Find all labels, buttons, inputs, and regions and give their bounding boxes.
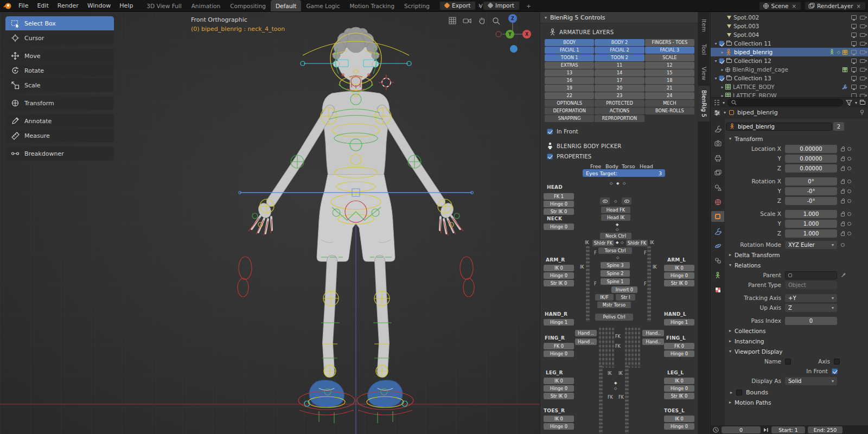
timeline-editor-icon[interactable] [713, 427, 719, 433]
scale-x-field[interactable]: 1.000 [785, 210, 837, 218]
layer-button[interactable]: 21 [645, 85, 694, 92]
lock-icon[interactable] [841, 158, 845, 161]
tab-tool[interactable] [711, 123, 724, 134]
pin-icon[interactable] [859, 110, 865, 116]
layer-button[interactable]: BONE-ROLLS [645, 107, 694, 114]
properties-editor-icon[interactable] [714, 110, 720, 116]
layer-button[interactable]: 17 [595, 77, 644, 84]
lock-icon[interactable] [841, 190, 845, 194]
lock-icon[interactable] [841, 233, 845, 236]
disable-render-icon[interactable] [860, 33, 865, 37]
picker-tab-free[interactable]: Free [590, 163, 601, 169]
workspace-tab[interactable]: Game Logic [301, 0, 344, 11]
rotation-mode-dropdown[interactable]: XYZ Euler▾ [785, 241, 837, 249]
eyedropper-icon[interactable] [841, 272, 846, 278]
pose-icon[interactable] [829, 49, 835, 55]
grid-icon[interactable] [448, 16, 457, 25]
collapse-icon[interactable]: ▾ [545, 15, 547, 20]
hide-viewport-icon[interactable] [851, 67, 857, 72]
disable-render-icon[interactable] [860, 42, 865, 46]
invert-button[interactable]: Invert 0 [611, 286, 637, 293]
filter-funnel-icon[interactable] [846, 100, 852, 106]
object-name-field[interactable]: biped_blenrig [726, 123, 832, 131]
disable-render-icon[interactable] [860, 59, 865, 63]
axis-neg-x[interactable] [496, 31, 501, 37]
hide-viewport-icon[interactable] [851, 41, 857, 46]
tab-world[interactable] [711, 196, 724, 207]
expand-icon[interactable]: ▸ [730, 390, 732, 395]
disable-render-icon[interactable] [860, 50, 865, 54]
fing-l-hinge-button[interactable]: Hinge 0 [664, 350, 694, 357]
eyes-target-slider[interactable]: Eyes Target: 3 [583, 169, 665, 177]
disable-render-icon[interactable] [860, 85, 865, 89]
tab-item[interactable]: Item [698, 14, 710, 37]
lock-icon[interactable] [841, 148, 845, 151]
parent-object-field[interactable] [785, 271, 837, 279]
leg-r-strik-button[interactable]: Str IK 0 [544, 393, 574, 399]
axis-gizmo[interactable]: Z Y X [488, 13, 537, 59]
expand-icon[interactable]: ▾ [713, 76, 719, 81]
scale-z-field[interactable]: 1.000 [785, 229, 837, 238]
layer-button[interactable]: 20 [595, 85, 644, 92]
layer-button[interactable]: BODY 2 [595, 39, 644, 46]
outliner-row[interactable]: Spot.002 [711, 13, 868, 22]
outliner-editor-icon[interactable] [713, 99, 720, 106]
layer-button[interactable]: PROTECTED [595, 100, 644, 107]
layer-button[interactable]: REPROPORTION [595, 115, 644, 122]
tab-texture[interactable] [711, 284, 724, 295]
tab-render[interactable] [711, 138, 724, 149]
head-hinge-button[interactable]: Hinge 0 [544, 201, 574, 207]
layer-button[interactable]: SCALE [645, 54, 694, 61]
layer-button[interactable]: 23 [595, 92, 644, 99]
hand-r-hinge-button[interactable]: Hinge 1 [544, 319, 574, 326]
renderlayer-selector[interactable]: RenderLayer × [805, 2, 866, 10]
layer-button[interactable]: 19 [545, 85, 594, 92]
section-motion-paths[interactable]: ▸Motion Paths [726, 397, 865, 407]
layer-button[interactable]: BODY [545, 39, 594, 46]
workspace-tab[interactable]: Scripting [399, 0, 435, 11]
tab-output[interactable] [711, 152, 724, 163]
spine1-button[interactable]: Spine 1 [601, 278, 630, 285]
menu-file[interactable]: File [14, 2, 33, 9]
tool-breakdowner[interactable]: Breakdowner [5, 146, 114, 161]
fing-l-fk-button[interactable]: FK 0 [664, 343, 694, 349]
outliner-row[interactable]: Spot.004 [711, 30, 868, 39]
outliner-row[interactable]: ▸ LATTICE_BODY [711, 82, 868, 91]
arm-r-strik-button[interactable]: Str IK 0 [544, 280, 574, 286]
layer-button[interactable]: DEFORMATION [545, 107, 594, 114]
tool-cursor[interactable]: Cursor [5, 31, 114, 45]
layer-button[interactable]: ACTIONS [595, 107, 644, 114]
leg-l-strik-button[interactable]: Str IK 0 [664, 393, 694, 399]
layer-button[interactable]: 12 [645, 62, 694, 69]
tool-scale[interactable]: Scale [5, 78, 114, 92]
layer-button[interactable]: MECH [645, 100, 694, 107]
animation-data-icon[interactable]: ◇ [837, 50, 840, 55]
master-torso-button[interactable]: Mstr Torso [597, 302, 631, 308]
expand-icon[interactable]: ▸ [719, 50, 725, 55]
picker-tab-body[interactable]: Body [605, 163, 618, 169]
outliner-row[interactable]: ▾ Collection 13 [711, 74, 868, 82]
leg-r-ik-button[interactable]: IK 0 [544, 378, 574, 384]
hand-button[interactable]: Hand.. [642, 330, 664, 336]
hand-button[interactable]: Hand .. [575, 330, 597, 336]
tab-scene[interactable] [711, 182, 724, 193]
display-as-dropdown[interactable]: Solid▾ [785, 377, 837, 385]
lock-icon[interactable] [841, 181, 845, 184]
finger-sliders-right[interactable] [625, 328, 640, 368]
collection-checkbox[interactable] [719, 75, 724, 81]
in-front-checkbox[interactable] [832, 368, 838, 374]
fing-r-fk-button[interactable]: FK 0 [544, 343, 574, 349]
layer-button[interactable]: TOON 1 [545, 54, 594, 61]
arm-r-ik-button[interactable]: IK 0 [544, 265, 574, 271]
lock-icon[interactable] [841, 168, 845, 171]
pass-index-field[interactable]: 0 [785, 317, 837, 325]
tool-transform[interactable]: Transform [5, 96, 114, 110]
tab-modifiers[interactable] [711, 226, 724, 237]
animate-dot-icon[interactable] [847, 222, 851, 226]
head-strik-button[interactable]: Str IK 0 [544, 208, 574, 215]
pelvis-ctrl-button[interactable]: Pelivs Ctrl [595, 314, 633, 321]
mesh-data-icon[interactable] [843, 67, 847, 72]
workspace-tab[interactable]: Motion Tracking [344, 0, 399, 11]
layer-button[interactable]: EXTRAS [545, 62, 594, 69]
layer-button[interactable]: FACIAL 1 [545, 47, 594, 54]
